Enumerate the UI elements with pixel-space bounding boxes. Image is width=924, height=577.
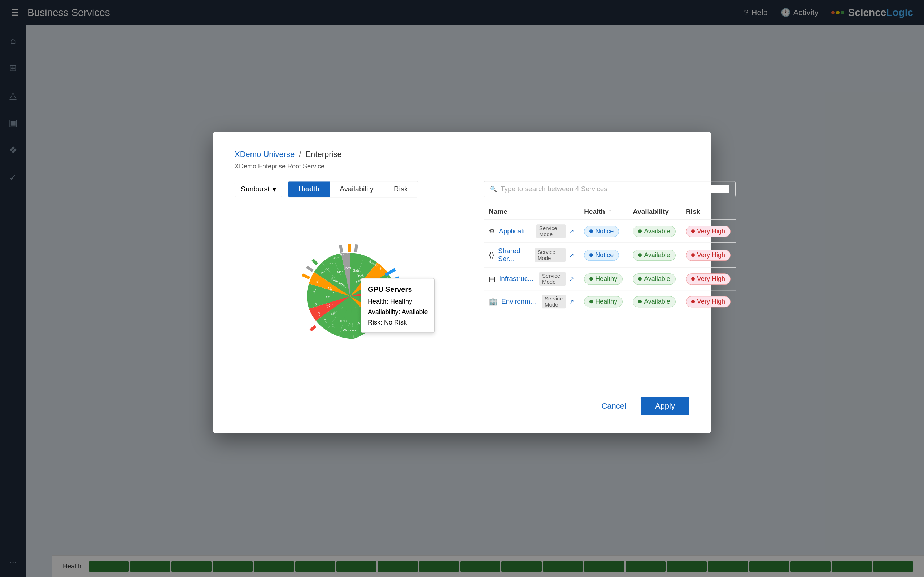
- gear-icon: ⚙: [489, 227, 495, 235]
- health-badge-1: Notice: [584, 226, 619, 237]
- service-link-4[interactable]: Environm...: [501, 298, 536, 305]
- external-link-icon-1[interactable]: ↗: [569, 228, 574, 235]
- outer-bar-3: [354, 244, 358, 253]
- service-name-wrapper-2: ⟨⟩ Shared Ser... Service Mode ↗: [489, 247, 574, 263]
- tooltip-risk: Risk: No Risk: [368, 318, 428, 328]
- health-cell-3: Healthy: [579, 268, 628, 290]
- label-sate: Sate...: [353, 269, 362, 272]
- service-mode-badge-2: Service Mode: [535, 248, 565, 262]
- col-header-name: Name: [484, 204, 579, 220]
- apply-button[interactable]: Apply: [641, 397, 690, 415]
- service-link-3[interactable]: Infrastruc...: [499, 275, 533, 283]
- risk-badge-4: Very High: [686, 296, 730, 307]
- service-name-cell-4: 🏢 Environm... Service Mode ↗: [484, 290, 579, 313]
- table-row: ▤ Infrastruc... Service Mode ↗ Healthy: [484, 268, 736, 290]
- label-man: Man...: [337, 270, 346, 274]
- external-link-icon-4[interactable]: ↗: [569, 298, 574, 305]
- service-name-cell-1: ⚙ Applicati... Service Mode ↗: [484, 220, 579, 243]
- badge-dot-3: [590, 277, 593, 280]
- table-header-row: Name Health ↑ Availability Risk: [484, 204, 736, 220]
- table-row: ⚙ Applicati... Service Mode ↗ Notice: [484, 220, 736, 243]
- breadcrumb-link[interactable]: XDemo Universe: [234, 150, 294, 159]
- avail-dot-1: [638, 229, 642, 233]
- availability-badge-2: Available: [633, 250, 676, 261]
- availability-badge-3: Available: [633, 273, 676, 285]
- breadcrumb-current: Enterprise: [305, 150, 341, 159]
- label-dns: DNS: [340, 319, 347, 323]
- external-link-icon-3[interactable]: ↗: [569, 276, 574, 282]
- outer-bar-7: [310, 325, 317, 331]
- share-icon: ⟨⟩: [489, 251, 494, 259]
- breadcrumb: XDemo Universe / Enterprise: [234, 150, 690, 159]
- cancel-button[interactable]: Cancel: [594, 397, 633, 415]
- chevron-down-icon: ▾: [273, 185, 276, 193]
- availability-badge-1: Available: [633, 226, 676, 237]
- search-input[interactable]: [501, 185, 729, 193]
- health-cell-2: Notice: [579, 243, 628, 268]
- server-icon: ▤: [489, 274, 496, 283]
- sunburst-chart[interactable]: En... Applications Shared Ser... Infrast…: [260, 206, 440, 386]
- service-name-cell-3: ▤ Infrastruc... Service Mode ↗: [484, 268, 579, 290]
- availability-cell-4: Available: [628, 290, 681, 313]
- service-name-cell-2: ⟨⟩ Shared Ser... Service Mode ↗: [484, 243, 579, 268]
- label-windows: Windows...: [343, 329, 359, 332]
- breadcrumb-separator: /: [299, 150, 301, 159]
- chart-tab-group: Health Availability Risk: [288, 181, 418, 197]
- outer-bar-1: [339, 245, 343, 253]
- outer-label-a4: A...: [345, 251, 349, 255]
- health-cell-4: Healthy: [579, 290, 628, 313]
- outer-bar-10: [312, 259, 318, 265]
- services-table: Name Health ↑ Availability Risk ⚙: [484, 204, 736, 313]
- availability-cell-1: Available: [628, 220, 681, 243]
- table-row: 🏢 Environm... Service Mode ↗ Healthy: [484, 290, 736, 313]
- tooltip-health: Health: Healthy: [368, 297, 428, 307]
- health-badge-4: Healthy: [584, 296, 623, 307]
- tab-availability[interactable]: Availability: [330, 181, 384, 197]
- view-selector-label: Sunburst: [241, 185, 270, 193]
- risk-cell-3: Very High: [681, 268, 736, 290]
- tab-risk[interactable]: Risk: [384, 181, 418, 197]
- service-mode-badge-1: Service Mode: [536, 224, 565, 238]
- table-panel: 🔍 Name Health ↑ Availability Risk: [484, 181, 736, 386]
- risk-dot-1: [691, 229, 695, 233]
- risk-dot-2: [691, 253, 695, 257]
- col-header-health[interactable]: Health ↑: [579, 204, 628, 220]
- risk-cell-2: Very High: [681, 243, 736, 268]
- tooltip-availability: Availability: Available: [368, 307, 428, 318]
- service-mode-badge-3: Service Mode: [539, 272, 565, 285]
- label-dci: DCI: [346, 266, 351, 270]
- service-mode-badge-4: Service Mode: [542, 295, 565, 308]
- modal-dialog: XDemo Universe / Enterprise XDemo Entepr…: [213, 132, 711, 433]
- risk-badge-2: Very High: [686, 250, 730, 261]
- search-icon: 🔍: [490, 186, 497, 193]
- service-name-wrapper-1: ⚙ Applicati... Service Mode ↗: [489, 224, 574, 238]
- health-badge-3: Healthy: [584, 273, 623, 285]
- outer-bar-8: [302, 273, 310, 279]
- service-name-wrapper-3: ▤ Infrastruc... Service Mode ↗: [489, 272, 574, 285]
- avail-dot-2: [638, 253, 642, 257]
- service-link-1[interactable]: Applicati...: [499, 227, 531, 235]
- badge-dot-2: [590, 253, 593, 257]
- health-badge-2: Notice: [584, 250, 619, 261]
- view-selector[interactable]: Sunburst ▾: [234, 182, 282, 197]
- search-box: 🔍: [484, 181, 736, 197]
- availability-cell-2: Available: [628, 243, 681, 268]
- avail-dot-4: [638, 300, 642, 303]
- sort-arrow-icon: ↑: [608, 208, 612, 215]
- outer-bar-9: [306, 266, 313, 272]
- external-link-icon-2[interactable]: ↗: [569, 252, 574, 259]
- modal-footer: Cancel Apply: [234, 397, 690, 415]
- risk-cell-4: Very High: [681, 290, 736, 313]
- health-cell-1: Notice: [579, 220, 628, 243]
- avail-dot-3: [638, 277, 642, 280]
- tab-health[interactable]: Health: [288, 181, 330, 197]
- chart-panel: Sunburst ▾ Health Availability Risk En..…: [234, 181, 465, 386]
- risk-dot-4: [691, 300, 695, 303]
- service-link-2[interactable]: Shared Ser...: [498, 247, 529, 263]
- table-row: ⟨⟩ Shared Ser... Service Mode ↗ Notice: [484, 243, 736, 268]
- service-name-wrapper-4: 🏢 Environm... Service Mode ↗: [489, 295, 574, 308]
- label-of: Of...: [326, 295, 332, 299]
- risk-dot-3: [691, 277, 695, 280]
- modal-body: Sunburst ▾ Health Availability Risk En..…: [234, 181, 690, 386]
- building-icon: 🏢: [489, 297, 498, 306]
